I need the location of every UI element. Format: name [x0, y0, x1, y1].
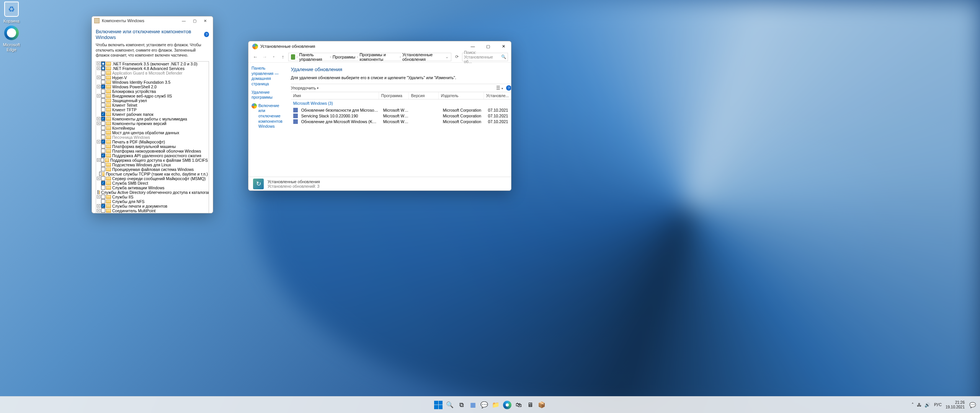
- feature-item[interactable]: Клиент Telnet: [96, 103, 209, 107]
- crumb-item[interactable]: Программы и компоненты: [359, 52, 398, 62]
- feature-checkbox[interactable]: [101, 103, 105, 107]
- group-header[interactable]: Microsoft Windows (3): [291, 99, 511, 107]
- features-tree[interactable]: +.NET Framework 3.5 (включает .NET 2.0 и…: [96, 61, 209, 214]
- feature-checkbox[interactable]: [101, 195, 105, 199]
- feature-item[interactable]: Платформа низкоуровневой оболочки Window…: [96, 149, 209, 153]
- feature-checkbox[interactable]: [101, 126, 105, 130]
- widgets-button[interactable]: ▦: [468, 400, 478, 410]
- network-icon[interactable]: 🖧: [917, 402, 921, 408]
- store-button[interactable]: 🛍: [514, 400, 524, 410]
- help-icon[interactable]: ?: [204, 32, 209, 37]
- volume-icon[interactable]: 🔊: [924, 402, 930, 408]
- desktop-icon-recycle-bin[interactable]: Корзина: [0, 1, 25, 24]
- col-program[interactable]: Программа: [379, 92, 409, 99]
- feature-item[interactable]: Подсистема Windows для Linux: [96, 163, 209, 167]
- feature-checkbox[interactable]: ✓: [101, 140, 105, 144]
- feature-checkbox[interactable]: [101, 98, 105, 102]
- notifications-button[interactable]: 💬: [969, 402, 976, 408]
- feature-checkbox[interactable]: [101, 130, 105, 135]
- feature-item[interactable]: ✓Служба SMB Direct: [96, 181, 209, 185]
- refresh-button[interactable]: ⟳: [453, 54, 461, 59]
- feature-checkbox[interactable]: [101, 94, 105, 98]
- feature-checkbox[interactable]: [101, 208, 105, 213]
- expand-toggle[interactable]: +: [97, 62, 100, 65]
- feature-item[interactable]: +Поддержка общего доступа к файлам SMB 1…: [96, 158, 209, 163]
- feature-checkbox[interactable]: [101, 107, 105, 112]
- titlebar[interactable]: Компоненты Windows — ▢ ✕: [92, 16, 213, 25]
- feature-item[interactable]: +✓Печать в PDF (Майкрософт): [96, 140, 209, 144]
- system-tray[interactable]: ˄ 🖧 🔊: [911, 402, 930, 408]
- feature-checkbox[interactable]: [101, 149, 105, 153]
- feature-item[interactable]: ✓Поддержка API удаленного разностного сж…: [96, 153, 209, 158]
- chat-button[interactable]: 💬: [479, 400, 489, 410]
- col-installed[interactable]: Установле...: [484, 92, 511, 99]
- feature-item[interactable]: +Внедряемое веб-ядро служб IIS: [96, 94, 209, 98]
- view-button[interactable]: ☰ ▾: [496, 85, 503, 91]
- crumb-item[interactable]: Программы: [333, 55, 355, 59]
- feature-item[interactable]: +Службы IIS: [96, 195, 209, 199]
- feature-item[interactable]: +✓Windows PowerShell 2.0: [96, 85, 209, 89]
- help-icon[interactable]: ?: [506, 85, 511, 91]
- expand-toggle[interactable]: +: [97, 209, 100, 212]
- expand-toggle[interactable]: +: [97, 204, 100, 208]
- clock[interactable]: 21:26 19.10.2021: [946, 400, 965, 410]
- feature-item[interactable]: Windows Identity Foundation 3.5: [96, 80, 209, 85]
- crumb-item[interactable]: Установленные обновления: [402, 52, 444, 62]
- feature-checkbox[interactable]: ✓: [101, 85, 105, 89]
- feature-item[interactable]: Платформа виртуальной машины: [96, 144, 209, 149]
- feature-checkbox[interactable]: ✓: [101, 204, 105, 208]
- feature-checkbox[interactable]: [101, 176, 105, 180]
- col-version[interactable]: Версия: [409, 92, 439, 99]
- feature-item[interactable]: ✓Клиент рабочих папок: [96, 112, 209, 117]
- crumb-item[interactable]: Панель управления: [299, 52, 328, 62]
- feature-checkbox[interactable]: ✓: [101, 213, 105, 213]
- feature-item[interactable]: Службы Active Directory облегченного дос…: [96, 190, 209, 195]
- update-row[interactable]: Обновление для Microsoft Windows (KB5004…: [291, 119, 511, 124]
- expand-toggle[interactable]: +: [97, 195, 100, 198]
- col-publisher[interactable]: Издатель: [439, 92, 484, 99]
- feature-item[interactable]: Простые службы TCPIP (такие как echo, da…: [96, 172, 209, 176]
- feature-item[interactable]: +Hyper-V: [96, 75, 209, 80]
- feature-checkbox[interactable]: ✓: [101, 181, 105, 185]
- edge-taskbar-button[interactable]: [502, 400, 512, 410]
- expand-toggle[interactable]: +: [97, 122, 100, 125]
- expand-toggle[interactable]: +: [97, 177, 100, 180]
- feature-checkbox[interactable]: [101, 163, 105, 167]
- feature-checkbox[interactable]: [101, 167, 105, 171]
- feature-checkbox[interactable]: ✓: [101, 112, 105, 116]
- feature-item[interactable]: +Соединитель MultiPoint: [96, 208, 209, 213]
- back-button[interactable]: ←: [252, 53, 259, 61]
- feature-checkbox[interactable]: [101, 75, 105, 80]
- explorer-button[interactable]: 📁: [491, 400, 501, 410]
- search-button[interactable]: 🔍: [445, 400, 455, 410]
- feature-checkbox[interactable]: [101, 199, 105, 203]
- task-view-button[interactable]: ⧉: [456, 400, 466, 410]
- feature-checkbox[interactable]: [101, 158, 104, 162]
- feature-item[interactable]: +Сервер очереди сообщений Майкрософт (MS…: [96, 176, 209, 181]
- control-panel-taskbar[interactable]: 🖥: [525, 400, 535, 410]
- feature-item[interactable]: +Компоненты прежних версий: [96, 121, 209, 126]
- expand-toggle[interactable]: +: [97, 67, 100, 70]
- feature-item[interactable]: +✓Службы печати и документов: [96, 204, 209, 208]
- update-row[interactable]: Обновление безопасности для Microsoft Wi…: [291, 107, 511, 113]
- close-button[interactable]: ✕: [200, 17, 211, 24]
- feature-item[interactable]: +✓Компоненты для работы с мультимедиа: [96, 117, 209, 121]
- feature-checkbox[interactable]: [101, 135, 105, 139]
- feature-item[interactable]: Службы для NFS: [96, 199, 209, 204]
- table-header[interactable]: Имя Программа Версия Издатель Установле.…: [291, 92, 511, 99]
- features-taskbar[interactable]: 📦: [537, 400, 547, 410]
- expand-toggle[interactable]: +: [97, 94, 100, 98]
- feature-item[interactable]: Application Guard в Microsoft Defender: [96, 71, 209, 75]
- expand-toggle[interactable]: +: [97, 140, 100, 143]
- feature-item[interactable]: Проецируемая файловая система Windows: [96, 167, 209, 172]
- sidebar-home[interactable]: Панель управления — домашняя страница: [252, 66, 283, 87]
- feature-checkbox[interactable]: [101, 185, 105, 190]
- expand-toggle[interactable]: +: [97, 76, 100, 79]
- expand-toggle[interactable]: +: [97, 158, 100, 162]
- feature-item[interactable]: Контейнеры: [96, 126, 209, 130]
- minimize-button[interactable]: —: [178, 17, 189, 24]
- tray-chevron-icon[interactable]: ˄: [911, 402, 914, 408]
- feature-checkbox[interactable]: [99, 172, 101, 176]
- forward-button[interactable]: →: [261, 53, 268, 61]
- chevron-down-icon[interactable]: ⌄: [445, 54, 449, 59]
